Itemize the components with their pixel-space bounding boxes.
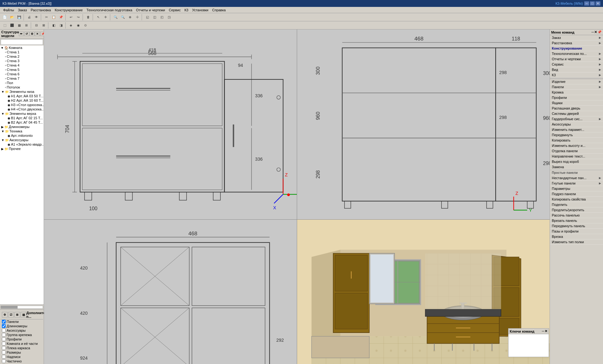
menu-item-tekh[interactable]: Технологическая по...▶ [550, 51, 603, 56]
tb-move[interactable]: ✛ [102, 14, 109, 21]
tree-item-stena1[interactable]: ▫ Стена 1 [0, 50, 44, 54]
menu-item-izmen-vysotu[interactable]: Изменить высоту и... [550, 143, 603, 148]
wiki-link[interactable]: К3-Мебель (WIki) [556, 2, 583, 5]
menu-item-servis[interactable]: Сервис▶ [550, 62, 603, 67]
menu-item-[interactable]: Сервис [167, 8, 183, 13]
tree-item-b2[interactable]: ◉ В2 Арт.:АГ 04 45 Т... [0, 120, 44, 125]
tb-save[interactable]: 💾 [16, 14, 23, 21]
tree-item-stena6[interactable]: ▫ Стена 6 [0, 72, 44, 76]
tb-pan[interactable]: ☩ [134, 14, 141, 21]
menu-item-garder[interactable]: Гардеробные сис...▶ [550, 116, 603, 122]
tree-item-aksess[interactable]: ▼ 📁 Аксессуары [0, 138, 44, 142]
extra-icon-3[interactable]: ⊞ [14, 312, 20, 318]
close-button[interactable]: ✕ [595, 1, 600, 6]
tb-new[interactable]: 📄 [1, 14, 8, 21]
tree-item-potolok[interactable]: ▫ Потолок [0, 85, 44, 89]
check-pleka[interactable]: Плека каркаса [1, 346, 43, 350]
tb-cut[interactable]: ✂ [43, 14, 50, 21]
menu-item-kopir[interactable]: Копировать [550, 138, 603, 143]
tree-item-stena2[interactable]: ▫ Стена 2 [0, 54, 44, 59]
check-chastich[interactable]: Частично [1, 359, 43, 363]
menu-item-[interactable]: Файлы [1, 8, 16, 13]
menu-item-[interactable]: Справка [210, 8, 227, 13]
tree-item-stena7[interactable]: ▫ Стена 7 [0, 76, 44, 81]
check-dlinn[interactable]: Длинномеры [1, 324, 43, 328]
tb-zoom-out[interactable]: 🔍 [119, 14, 126, 21]
right-minimize[interactable]: ─ [591, 30, 594, 34]
right-close[interactable]: ✕ [594, 30, 597, 34]
tree-item-b1[interactable]: ◉ В1 Арт.:АГ 02 15 Т... [0, 116, 44, 120]
menu-item-vid[interactable]: Вид▶ [550, 67, 603, 72]
menu-item-[interactable]: Технологическая подготовка [84, 8, 134, 13]
menu-item-[interactable]: Расстановка [29, 8, 53, 13]
menu-item-kromka[interactable]: Кромка [550, 90, 603, 95]
extra-icon-1[interactable]: ⚙ [2, 312, 8, 318]
minimize-button[interactable]: ─ [584, 1, 589, 6]
tb-render[interactable]: ◫ [151, 14, 158, 21]
keys-minimize[interactable]: ─ [542, 329, 544, 333]
tree-item-stena5[interactable]: ▫ Стена 5 [0, 67, 44, 72]
tree-item-h4[interactable]: ◉ Н4 «Стол двухсека... [0, 107, 44, 111]
tb2-6[interactable]: ⊠ [40, 22, 47, 29]
tb2-5[interactable]: ⊟ [33, 22, 40, 29]
menu-item-[interactable]: Конструирование [53, 8, 84, 13]
menu-item-podelit[interactable]: Поделить [550, 202, 603, 207]
tree-item-stena4[interactable]: ▫ Стена 4 [0, 63, 44, 67]
keys-close[interactable]: ✕ [545, 329, 547, 333]
check-nadpisi[interactable]: Надписи [1, 355, 43, 359]
menu-item-[interactable]: Отчеты и чертежи [134, 8, 167, 13]
tb-paste[interactable]: 📌 [57, 14, 64, 21]
menu-item-pazy[interactable]: Пазы и профили [550, 229, 603, 234]
tb-zoom-all[interactable]: ⊕ [127, 14, 133, 21]
tb2-3[interactable]: ▦ [16, 22, 23, 29]
extra-icon-2[interactable]: ☑ [8, 312, 14, 318]
menu-item-otchety[interactable]: Отчеты и чертежи▶ [550, 56, 603, 62]
tb-view2[interactable]: ◳ [166, 14, 172, 21]
menu-item-k3[interactable]: К3▶ [550, 72, 603, 78]
menu-item-peredvin[interactable]: Передвинуть [550, 132, 603, 138]
menu-item-rasstanovka[interactable]: Расстановка▶ [550, 40, 603, 46]
search-input[interactable] [1, 39, 43, 45]
menu-item-zakaz[interactable]: Заказ▶ [550, 35, 603, 40]
menu-item-gnutye[interactable]: Гнутые панели▶ [550, 181, 603, 186]
tb-print[interactable]: 🖨 [26, 14, 33, 21]
menu-item-sistemy[interactable]: Системы дверей [550, 111, 603, 116]
menu-item-prodlit[interactable]: Продлить/укоротить [550, 207, 603, 213]
tb-zoom-in[interactable]: 🔍 [112, 14, 119, 21]
menu-item-vrezat[interactable]: Врезать панель [550, 218, 603, 223]
structure-tree[interactable]: ▼ 🏠 Комната ▫ Стена 1 ▫ Стена 2 ▫ Стена … [0, 46, 44, 304]
menu-item-napravl[interactable]: Направление текст... [550, 154, 603, 159]
menu-item-izmen-tip[interactable]: Изменить тип полки [550, 239, 603, 245]
tb2-7[interactable]: ◧ [50, 22, 57, 29]
tb-redo[interactable]: ↪ [75, 14, 82, 21]
menu-item-izdelie[interactable]: Изделие▶ [550, 79, 603, 84]
check-komnata[interactable]: Комната и её части [1, 341, 43, 346]
extra-icon-4[interactable]: ▤ [21, 312, 26, 318]
right-pin[interactable]: 📌 [597, 30, 602, 34]
menu-item-zamena[interactable]: Замена [550, 164, 603, 170]
menu-item-[interactable]: К3 [182, 8, 190, 13]
tree-item-prochee[interactable]: ▶ 📁 Прочее [0, 147, 44, 151]
tree-item-elem-niza[interactable]: ▼ 📁 Элементы низа [0, 89, 44, 94]
tb-view1[interactable]: ◰ [158, 14, 165, 21]
menu-item-vrezka[interactable]: Врезка [550, 234, 603, 239]
tb2-9[interactable]: ◈ [68, 22, 74, 29]
menu-item-raspash[interactable]: Распашная дверь [550, 106, 603, 111]
viewport-top-right[interactable]: 468 118 [297, 29, 550, 219]
menu-item-paneli[interactable]: Панели▶ [550, 84, 603, 90]
tb-undo[interactable]: ↩ [68, 14, 74, 21]
menu-item-[interactable]: Заказ [16, 8, 29, 13]
tb-delete[interactable]: 🗑 [85, 14, 92, 21]
tb2-4[interactable]: ⊞ [23, 22, 30, 29]
menu-item-[interactable]: Установки [190, 8, 210, 13]
menu-item-rassech[interactable]: Рассечь панелью [550, 213, 603, 218]
check-razmery[interactable]: Размеры [1, 350, 43, 355]
check-profili[interactable]: Профили [1, 337, 43, 341]
tb2-1[interactable]: ⬚ [1, 22, 8, 29]
menu-item-aksessuary[interactable]: Аксессуары [550, 122, 603, 127]
check-gruppa[interactable]: Группа крепежа [1, 333, 43, 337]
struct-btn-edit[interactable]: ✏ [19, 32, 24, 36]
check-aksess[interactable]: Аксессуары [1, 328, 43, 333]
struct-btn-refresh[interactable]: ↺ [24, 32, 29, 36]
struct-btn-search[interactable]: ⚙ [30, 32, 35, 36]
